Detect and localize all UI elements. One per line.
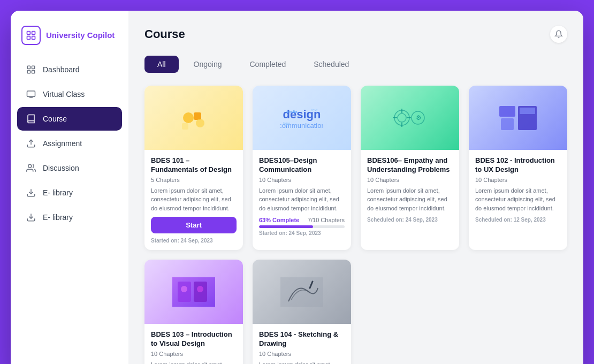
sidebar-item-elibrary1[interactable]: E- library xyxy=(17,181,122,204)
svg-point-37 xyxy=(181,286,187,292)
svg-rect-2 xyxy=(27,36,31,40)
course-label: Course xyxy=(43,115,67,123)
card-date-bdes106: Scheduled on: 24 Sep, 2023 xyxy=(367,217,453,223)
sidebar-item-virtual-class[interactable]: Virtual Class xyxy=(17,82,122,106)
svg-point-13 xyxy=(183,112,194,123)
dashboard-label: Dashboard xyxy=(43,65,80,74)
course-image-bdes105: design communication media text type xyxy=(253,86,351,150)
card-desc-bdes106: Lorem ipsum dolor sit amet, consectetur … xyxy=(367,186,453,213)
course-image-bdes102 xyxy=(469,86,567,150)
card-body-bdes104: BDES 104 - Sketching & Drawing 10 Chapte… xyxy=(253,324,351,364)
sidebar-item-discussion[interactable]: Discussion xyxy=(17,156,122,180)
date-label-bdes101: Started on: xyxy=(151,238,179,244)
course-card-bdes105: design communication media text type BDE… xyxy=(253,86,351,250)
date-value-bdes106: 24 Sep, 2023 xyxy=(406,217,438,223)
progress-fill-bdes105 xyxy=(259,225,313,228)
date-label-bdes102: Scheduled on: xyxy=(475,217,512,223)
svg-rect-8 xyxy=(27,91,35,97)
svg-rect-0 xyxy=(27,32,31,35)
card-body-bdes106: BDES106– Empathy and Understanding Probl… xyxy=(361,150,459,229)
date-value-bdes102: 12 Sep, 2023 xyxy=(514,217,546,223)
card-chapters-bdes105: 10 Chapters xyxy=(259,177,345,183)
progress-label-bdes105: 63% Complete xyxy=(259,217,299,223)
svg-point-23 xyxy=(398,113,406,122)
card-chapters-bdes106: 10 Chapters xyxy=(367,177,453,183)
course-image-bdes106: ⚙ xyxy=(361,86,459,150)
main-header: Course xyxy=(144,26,567,43)
tab-all[interactable]: All xyxy=(144,56,179,73)
svg-rect-32 xyxy=(501,118,514,130)
card-chapters-bdes101: 5 Chapters xyxy=(151,177,237,183)
card-title-bdes101: BDES 101 – Fundamentals of Design xyxy=(151,156,237,175)
sidebar: University Copilot Dashboard xyxy=(11,11,128,364)
date-value-bdes105: 24 Sep, 2023 xyxy=(289,230,321,236)
card-chapters-bdes103: 10 Chapters xyxy=(151,351,237,357)
sidebar-navigation: Dashboard Virtual Class xyxy=(11,58,128,229)
sidebar-item-dashboard[interactable]: Dashboard xyxy=(17,58,122,81)
svg-rect-4 xyxy=(27,66,30,69)
sidebar-item-course[interactable]: Course xyxy=(17,107,122,131)
discussion-icon xyxy=(26,163,36,173)
course-icon xyxy=(26,113,36,124)
svg-point-10 xyxy=(28,164,32,168)
card-title-bdes106: BDES106– Empathy and Understanding Probl… xyxy=(367,156,453,175)
card-body-bdes105: BDES105–Design Communication 10 Chapters… xyxy=(253,150,351,242)
elibrary2-label: E- library xyxy=(43,213,73,222)
progress-count-bdes105: 7/10 Chapters xyxy=(308,217,345,223)
card-body-bdes101: BDES 101 – Fundamentals of Design 5 Chap… xyxy=(144,150,243,250)
course-card-bdes103: BDES 103 – Introduction to Visual Design… xyxy=(144,260,243,364)
elibrary2-icon xyxy=(26,212,36,223)
assignment-icon xyxy=(26,138,36,149)
elibrary1-icon xyxy=(26,187,36,198)
course-card-bdes101: BDES 101 – Fundamentals of Design 5 Chap… xyxy=(144,86,243,250)
sidebar-item-elibrary2[interactable]: E- library xyxy=(17,206,122,229)
card-date-bdes105: Started on: 24 Sep, 2023 xyxy=(259,230,345,236)
start-button-bdes101[interactable]: Start xyxy=(151,217,237,233)
svg-text:media: media xyxy=(286,109,298,114)
date-label-bdes105: Started on: xyxy=(259,230,287,236)
svg-rect-6 xyxy=(27,71,30,73)
svg-rect-33 xyxy=(520,108,535,114)
svg-point-15 xyxy=(196,119,204,127)
course-image-bdes103 xyxy=(144,260,243,324)
main-content: Course All Ongoing Completed Scheduled xyxy=(128,11,583,364)
app-title: University Copilot xyxy=(46,31,115,40)
svg-rect-39 xyxy=(280,277,323,307)
card-desc-bdes105: Lorem ipsum dolor sit amet, consectetur … xyxy=(259,186,345,213)
svg-rect-5 xyxy=(32,66,35,69)
course-card-bdes102: BDES 102 - Introduction to UX Design 10 … xyxy=(469,86,567,250)
course-image-bdes104 xyxy=(253,260,351,324)
elibrary1-label: E- library xyxy=(43,188,73,197)
progress-info-bdes105: 63% Complete 7/10 Chapters xyxy=(259,217,345,223)
card-title-bdes105: BDES105–Design Communication xyxy=(259,156,345,175)
svg-point-38 xyxy=(197,286,203,292)
card-date-bdes102: Scheduled on: 12 Sep, 2023 xyxy=(475,217,561,223)
page-title: Course xyxy=(144,27,185,41)
course-card-bdes104: BDES 104 - Sketching & Drawing 10 Chapte… xyxy=(253,260,351,364)
sidebar-logo: University Copilot xyxy=(11,11,128,58)
card-title-bdes103: BDES 103 – Introduction to Visual Design xyxy=(151,330,237,348)
card-date-bdes101: Started on: 24 Sep, 2023 xyxy=(151,238,237,244)
course-tabs: All Ongoing Completed Scheduled xyxy=(144,56,567,73)
card-body-bdes102: BDES 102 - Introduction to UX Design 10 … xyxy=(469,150,567,229)
card-chapters-bdes104: 10 Chapters xyxy=(259,351,345,357)
card-desc-bdes103: Lorem ipsum dolor sit amet, consectetur … xyxy=(151,360,237,364)
sidebar-item-assignment[interactable]: Assignment xyxy=(17,132,122,155)
card-title-bdes104: BDES 104 - Sketching & Drawing xyxy=(259,330,345,348)
discussion-label: Discussion xyxy=(43,164,79,172)
card-title-bdes102: BDES 102 - Introduction to UX Design xyxy=(475,156,561,175)
tab-scheduled[interactable]: Scheduled xyxy=(301,56,362,73)
svg-rect-7 xyxy=(32,71,35,73)
card-body-bdes103: BDES 103 – Introduction to Visual Design… xyxy=(144,324,243,364)
tab-completed[interactable]: Completed xyxy=(237,56,299,73)
tab-ongoing[interactable]: Ongoing xyxy=(181,56,235,73)
progress-bar-bdes105 xyxy=(259,225,345,228)
logo-icon xyxy=(21,26,41,45)
course-grid: BDES 101 – Fundamentals of Design 5 Chap… xyxy=(144,86,567,364)
bell-button[interactable] xyxy=(550,26,567,43)
course-card-bdes106: ⚙ BDES106– Empathy and Understanding Pro… xyxy=(361,86,459,250)
card-desc-bdes104: Lorem ipsum dolor sit amet, consectetur … xyxy=(259,360,345,364)
course-image-bdes101 xyxy=(144,86,243,150)
svg-rect-30 xyxy=(499,106,515,117)
svg-rect-16 xyxy=(182,123,188,130)
